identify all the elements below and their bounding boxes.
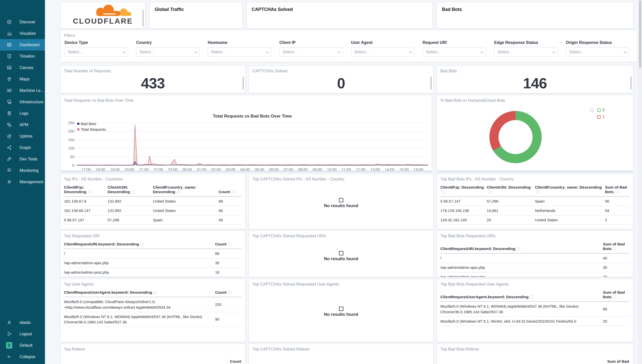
sort-box-icon — [228, 243, 231, 246]
legend-label: Bad Bots — [81, 122, 96, 126]
table-row: /68 — [64, 249, 242, 258]
sidebar-item-label: Visualize — [20, 31, 36, 36]
table-column-header[interactable]: ClientIP.country_name: Descending — [153, 185, 219, 194]
sidebar-item-maps[interactable]: Maps — [0, 73, 45, 85]
sidebar-item-collapse[interactable]: Collapse — [0, 351, 45, 362]
sidebar-item-canvas[interactable]: Canvas — [0, 62, 45, 73]
table-cell: 54 — [605, 208, 630, 213]
sidebar-item-label: Monitoring — [20, 168, 39, 173]
filter-select-edge-response-status[interactable]: Select... — [494, 47, 558, 57]
filter-select-device-type[interactable]: Select... — [65, 47, 128, 57]
chart-scrollbar[interactable] — [437, 171, 633, 172]
table-column-header[interactable]: Count — [215, 290, 242, 295]
table-column-header[interactable]: ClientRequestURI.keyword: Descending — [440, 246, 603, 251]
table-column-header[interactable]: ClientASN: Descending — [487, 185, 535, 194]
sidebar-item-elastic[interactable]: elastic — [0, 317, 45, 328]
legend-item-bad-bots[interactable]: Bad Bots — [77, 121, 106, 126]
sidebar-item-graph[interactable]: Graph — [0, 142, 45, 153]
sidebar-item-visualize[interactable]: Visualize — [0, 28, 45, 39]
table-column-header[interactable]: ClientIP.country_name: Descending — [535, 185, 605, 194]
table-column-header[interactable]: Sum of Bad — [607, 359, 629, 364]
panel-scrollbar-thumb[interactable] — [142, 10, 144, 27]
section-title-captchas: CAPTCHAs Solved — [247, 2, 432, 12]
sort-box-icon — [442, 190, 445, 193]
sidebar-item-discover[interactable]: Discover — [0, 16, 45, 28]
table-cell: 25 — [487, 217, 535, 223]
sidebar-item-infrastructure[interactable]: Infrastructure — [0, 96, 45, 108]
table-cell: 90 — [603, 306, 630, 312]
tables-row-ips: Top IPs - AS Number - CountriesClientIP.… — [60, 174, 633, 229]
machine-learning-icon — [7, 88, 12, 93]
table-row: Mozilla/5.0 (compatible; CloudFlare-Alwa… — [64, 297, 242, 312]
sidebar-item-logout[interactable]: Logout — [0, 328, 45, 340]
filter-group-device-type: Device TypeSelect... — [65, 40, 128, 57]
table-panel-top-badbots-uri: Top Bad Bots Requested URIsClientRequest… — [437, 230, 633, 277]
sidebar-item-machine-le[interactable]: Machine Le… — [0, 85, 45, 96]
metric-value: 146 — [437, 75, 633, 92]
sidebar-item-timelion[interactable]: Timelion — [0, 51, 45, 62]
sidebar-item-dev-tools[interactable]: Dev Tools — [0, 153, 45, 165]
sidebar-item-apm[interactable]: APM — [0, 119, 45, 130]
table-cell: 162.158.67.8 — [64, 198, 108, 204]
infrastructure-icon — [7, 99, 12, 105]
sidebar-item-default[interactable]: DDefault — [0, 340, 45, 351]
sort-box-icon — [177, 190, 180, 193]
filter-select-origin-response-status[interactable]: Select... — [566, 47, 629, 57]
filter-group-origin-response-status: Origin Response StatusSelect... — [566, 40, 629, 57]
table-column-header[interactable]: Count — [230, 359, 241, 364]
sidebar-item-dashboard[interactable]: Dashboard — [0, 39, 45, 51]
filter-select-request-uri[interactable]: Select... — [423, 47, 486, 57]
panel-scrollbar-thumb[interactable] — [630, 76, 632, 90]
table-column-header[interactable]: Count — [215, 242, 242, 246]
panel-scrollbar-thumb[interactable] — [430, 76, 432, 90]
table-cell: Mozilla/5.0 (Windows NT 6.1; Win64; x64;… — [440, 319, 603, 324]
table-cell: 40 — [603, 255, 630, 261]
charts-row: Total Requests vs Bad Bots Over Time Tot… — [60, 95, 633, 172]
donut-legend-item-1[interactable]: 1 — [595, 113, 605, 120]
filter-select-country[interactable]: Select... — [136, 47, 200, 57]
logout-icon — [7, 331, 12, 337]
space-badge-letter: D — [6, 342, 12, 349]
table-panel-title: Top CAPTCHAs Solved Referer — [249, 344, 433, 352]
table-cell: / — [440, 255, 603, 261]
filter-group-request-uri: Request URISelect... — [423, 40, 486, 57]
table-header-row: ClientRequestURI.keyword: DescendingSum … — [440, 242, 630, 254]
filter-select-client-ip[interactable]: Select... — [279, 47, 343, 57]
page-scrollbar[interactable] — [638, 0, 642, 364]
filter-label-country: Country — [136, 40, 200, 45]
table-column-header[interactable]: ClientASN: Descending — [108, 185, 153, 194]
donut-legend-item-0[interactable]: 0 — [588, 107, 605, 113]
select-placeholder: Select... — [354, 50, 369, 54]
table-row: Mozilla/5.0 (Windows NT 6.1; WOW64) Appl… — [64, 312, 242, 327]
table-cell: 2 — [605, 217, 630, 223]
chart-scrollbar[interactable] — [60, 171, 432, 172]
table-header-row: ClientIP.ip: DescendingClientASN: Descen… — [440, 185, 630, 197]
metric-value: 433 — [60, 75, 245, 92]
table-panel-title: Top CAPTCHAs Solved Requested URIs — [249, 231, 433, 238]
sidebar-item-management[interactable]: Management — [0, 176, 45, 188]
table-column-header[interactable]: ClientIP.ip: Descending — [440, 185, 487, 194]
table-column-header[interactable]: Sum of Bad Bots — [603, 242, 630, 251]
table-column-header[interactable]: Sum of Bad Bots — [603, 290, 630, 299]
sidebar-item-monitoring[interactable]: Monitoring — [0, 165, 45, 176]
table-column-header[interactable]: ClientIP.ip: Descending — [64, 185, 108, 194]
cloudflare-logo: CLOUDFLARE — [60, 2, 145, 28]
sidebar-item-uptime[interactable]: Uptime — [0, 130, 45, 142]
table-column-header[interactable]: ClientRequestURI.keyword: Descending — [64, 242, 215, 246]
table-panel-title: Top Bad Bots Referer — [437, 344, 633, 352]
page-scrollbar-thumb[interactable] — [639, 1, 641, 68]
table-column-header[interactable]: ClientRequestUserAgent.keyword: Descendi… — [64, 290, 215, 295]
legend-item-total-requests[interactable]: Total Requests — [77, 126, 106, 132]
sidebar-item-label: Management — [20, 180, 43, 184]
table-column-header[interactable]: Count — [219, 190, 242, 194]
panel-scrollbar-thumb[interactable] — [243, 76, 244, 90]
chevron-down-icon — [266, 50, 269, 53]
filter-select-user-agent[interactable]: Select... — [351, 47, 414, 57]
sidebar-item-logs[interactable]: Logs — [0, 108, 45, 119]
table-column-header[interactable]: Sum of Bad Bots — [605, 185, 630, 194]
filter-group-client-ip: Client IPSelect... — [279, 40, 343, 57]
table-column-header[interactable]: ClientRequestUserAgent.keyword: Descendi… — [440, 295, 603, 299]
section-title-global-traffic: Global Traffic — [150, 2, 242, 12]
canvas-icon — [7, 65, 12, 71]
filter-select-hostname[interactable]: Select... — [208, 47, 271, 57]
